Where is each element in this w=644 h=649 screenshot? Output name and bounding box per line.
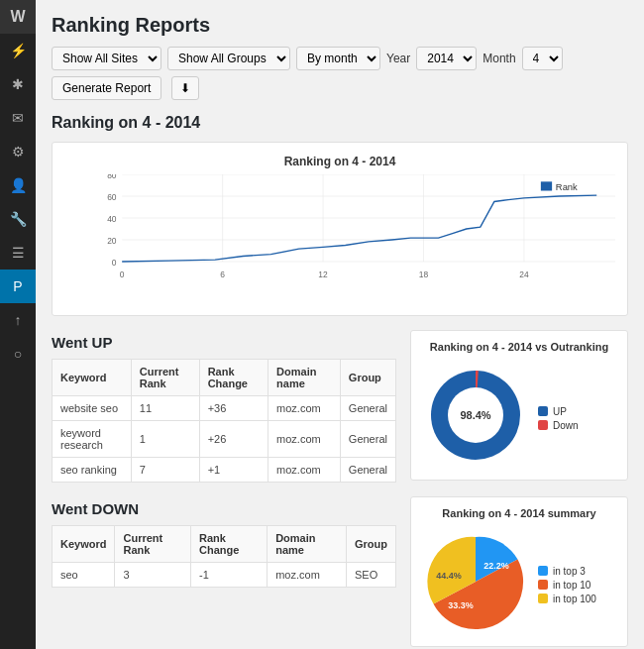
summary-pie-card: Ranking on 4 - 2014 summary 22.2% 33.3%: [410, 496, 628, 647]
up-pie-wrap: 98.4% UP Down: [421, 361, 617, 470]
sidebar-icon-circle[interactable]: ○: [0, 337, 36, 371]
svg-text:98.4%: 98.4%: [460, 409, 490, 421]
went-down-section: Went DOWN Keyword Current Rank Rank Chan…: [52, 496, 628, 647]
up-pie-title: Ranking on 4 - 2014 vs Outranking: [421, 341, 617, 353]
current-rank-cell: 3: [115, 563, 191, 588]
up-pie-legend: UP Down: [538, 406, 579, 431]
year-select[interactable]: 2014: [416, 47, 477, 70]
top3-dot: [538, 566, 548, 576]
sidebar-icon-settings[interactable]: ☰: [0, 236, 36, 270]
up-pie-svg: 98.4%: [421, 361, 530, 470]
col-group: Group: [340, 360, 395, 396]
year-label: Year: [386, 52, 410, 65]
current-rank-cell: 11: [131, 396, 199, 421]
line-chart-card: Ranking on 4 - 2014 80 60 40 20 0 0 6 12…: [52, 142, 628, 316]
summary-pie-title: Ranking on 4 - 2014 summary: [421, 507, 617, 519]
up-label: UP: [553, 406, 567, 417]
legend-top100: in top 100: [538, 594, 596, 604]
toolbar: Show All Sites Show All Groups By month …: [52, 47, 628, 100]
month-label: Month: [483, 52, 515, 65]
summary-pie-svg: 22.2% 33.3% 44.4%: [421, 527, 530, 636]
sidebar-icon-dashboard[interactable]: ⚡: [0, 34, 36, 67]
went-up-table: Keyword Current Rank Rank Change Domain …: [52, 359, 396, 483]
keyword-cell: website seo: [53, 396, 132, 421]
top3-label: in top 3: [553, 566, 586, 577]
svg-rect-19: [541, 181, 552, 190]
site-select[interactable]: Show All Sites: [52, 47, 161, 70]
domain-cell: moz.com: [268, 396, 341, 421]
domain-cell: moz.com: [268, 421, 341, 458]
table-row: website seo 11 +36 moz.com General: [53, 396, 396, 421]
sidebar-icon-users[interactable]: 👤: [0, 168, 36, 202]
summary-pie-wrap: 22.2% 33.3% 44.4% in top 3 in top 10: [421, 527, 617, 636]
top10-dot: [538, 580, 548, 590]
current-rank-cell: 1: [131, 421, 199, 458]
section-title: Ranking on 4 - 2014: [52, 114, 628, 132]
svg-text:44.4%: 44.4%: [436, 571, 462, 581]
period-select[interactable]: By month: [296, 47, 380, 70]
sidebar: W ⚡ ✱ ✉ ⚙ 👤 🔧 ☰ P ↑ ○: [0, 0, 36, 649]
svg-text:33.3%: 33.3%: [448, 600, 474, 610]
sidebar-icon-posts[interactable]: ✱: [0, 67, 36, 101]
up-pie-card: Ranking on 4 - 2014 vs Outranking 98.4%: [410, 330, 628, 481]
svg-text:22.2%: 22.2%: [483, 561, 509, 571]
page-title: Ranking Reports: [52, 10, 628, 37]
rank-change-cell: -1: [191, 563, 268, 588]
down-label: Down: [553, 420, 579, 431]
keyword-cell: keyword research: [53, 421, 132, 458]
sidebar-icon-up[interactable]: ↑: [0, 303, 36, 337]
went-up-section: Went UP Keyword Current Rank Rank Change…: [52, 330, 628, 483]
svg-text:Rank: Rank: [556, 182, 578, 192]
top100-dot: [538, 594, 548, 603]
domain-cell: moz.com: [268, 458, 341, 483]
went-up-left: Went UP Keyword Current Rank Rank Change…: [52, 330, 396, 483]
svg-text:0: 0: [112, 258, 117, 268]
group-cell: SEO: [346, 563, 395, 588]
download-button[interactable]: ⬇: [171, 76, 199, 100]
group-select[interactable]: Show All Groups: [167, 47, 290, 70]
col-rank-change-d: Rank Change: [191, 526, 268, 563]
legend-top3: in top 3: [538, 566, 596, 577]
generate-report-button[interactable]: Generate Report: [52, 76, 161, 100]
up-dot: [538, 406, 548, 416]
sidebar-icon-media[interactable]: ✉: [0, 101, 36, 135]
sidebar-wp-logo[interactable]: W: [0, 0, 36, 34]
line-chart-title: Ranking on 4 - 2014: [64, 155, 615, 168]
svg-text:40: 40: [107, 214, 117, 224]
table-row: seo ranking 7 +1 moz.com General: [53, 458, 396, 483]
col-group-d: Group: [346, 526, 395, 563]
keyword-cell: seo: [53, 563, 115, 588]
current-rank-cell: 7: [131, 458, 199, 483]
col-domain-d: Domain name: [268, 526, 347, 563]
svg-text:6: 6: [220, 270, 225, 280]
sidebar-icon-tools[interactable]: 🔧: [0, 202, 36, 236]
col-keyword: Keyword: [53, 360, 132, 396]
top100-label: in top 100: [553, 594, 596, 604]
group-cell: General: [340, 396, 395, 421]
svg-text:12: 12: [318, 270, 328, 280]
col-current-rank-d: Current Rank: [115, 526, 191, 563]
line-chart-svg: 80 60 40 20 0 0 6 12 18 24 Ran: [94, 174, 615, 283]
sidebar-icon-pages[interactable]: ⚙: [0, 135, 36, 168]
group-cell: General: [340, 458, 395, 483]
rank-change-cell: +36: [199, 396, 268, 421]
sidebar-icon-ranking[interactable]: P: [0, 270, 36, 303]
svg-text:18: 18: [419, 270, 429, 280]
down-dot: [538, 420, 548, 430]
summary-pie-legend: in top 3 in top 10 in top 100: [538, 566, 596, 604]
month-select[interactable]: 4: [522, 47, 563, 70]
rank-change-cell: +1: [199, 458, 268, 483]
went-up-right: Ranking on 4 - 2014 vs Outranking 98.4%: [410, 330, 628, 483]
col-keyword-d: Keyword: [53, 526, 115, 563]
domain-cell: moz.com: [268, 563, 347, 588]
legend-up: UP: [538, 406, 579, 417]
top10-label: in top 10: [553, 580, 590, 591]
col-domain: Domain name: [268, 360, 341, 396]
group-cell: General: [340, 421, 395, 458]
svg-text:20: 20: [107, 236, 117, 246]
table-row: keyword research 1 +26 moz.com General: [53, 421, 396, 458]
col-rank-change: Rank Change: [199, 360, 268, 396]
line-chart-container: 80 60 40 20 0 0 6 12 18 24 Ran: [64, 174, 615, 303]
went-up-title: Went UP: [52, 334, 396, 351]
rank-change-cell: +26: [199, 421, 268, 458]
